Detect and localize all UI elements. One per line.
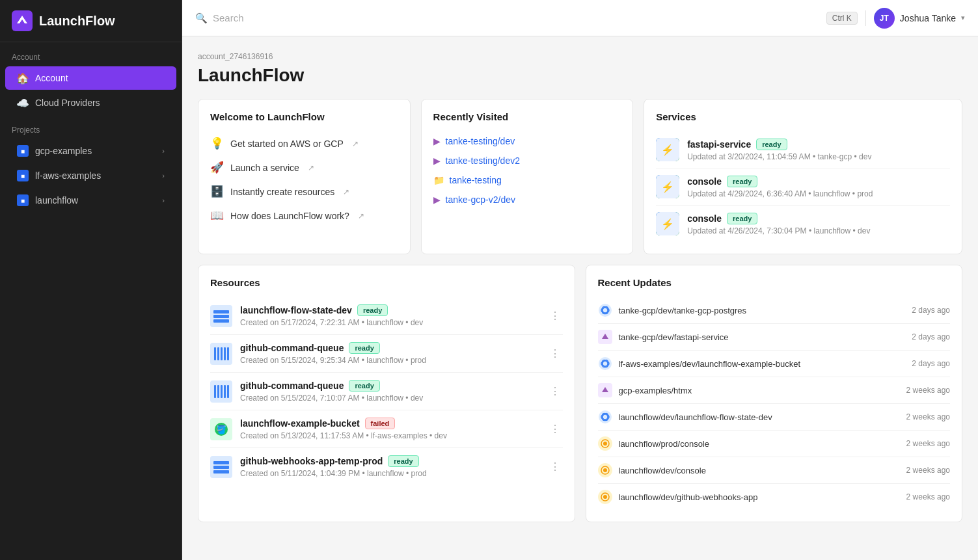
welcome-items: 💡 Get started on AWS or GCP ↗ 🚀 Launch a… [210,131,398,228]
resource-item-2[interactable]: github-command-queue ready Created on 5/… [210,373,563,410]
welcome-item-1[interactable]: 🚀 Launch a service ↗ [210,155,398,180]
update-item-5[interactable]: launchflow/prod/console 2 weeks ago [598,431,951,457]
update-icon-6 [598,463,612,477]
keyboard-shortcut: Ctrl K [826,12,858,25]
service-info-0: fastapi-service ready Updated at 3/20/20… [687,139,950,161]
svg-rect-8 [213,310,229,313]
update-item-7[interactable]: launchflow/dev/github-webhooks-app 2 wee… [598,484,951,510]
resource-info-1: github-command-queue ready Created on 5/… [240,342,539,365]
service-icon-1: ▶ [433,155,441,166]
welcome-item-3[interactable]: 📖 How does LaunchFlow work? ↗ [210,204,398,228]
resource-info-2: github-command-queue ready Created on 5/… [240,380,539,403]
service-name-1: console [687,176,722,187]
chevron-right-icon-3: › [162,196,165,204]
update-item-2[interactable]: lf-aws-examples/dev/launchflow-example-b… [598,351,951,377]
content-area: account_2746136916 LaunchFlow Welcome to… [182,36,978,560]
sidebar-item-account[interactable]: 🏠 Account [5,66,176,90]
svg-rect-18 [214,385,216,398]
recently-visited-title: Recently Visited [433,111,621,122]
service-status-badge-1: ready [727,176,757,187]
svg-text:⚡: ⚡ [661,144,674,156]
update-item-0[interactable]: tanke-gcp/dev/tanke-gcp-postgres 2 days … [598,297,951,324]
update-item-1[interactable]: tanke-gcp/dev/fastapi-service 2 days ago [598,324,951,351]
resource-menu-1[interactable]: ⋮ [547,345,563,362]
service-meta-0: Updated at 3/20/2024, 11:04:59 AM • tank… [687,152,950,161]
update-time-6: 2 weeks ago [906,466,950,475]
svg-rect-21 [224,385,226,398]
resource-menu-0[interactable]: ⋮ [547,307,563,325]
svg-point-52 [603,495,607,499]
resource-menu-3[interactable]: ⋮ [547,420,563,438]
resource-name-row-0: launchflow-flow-state-dev ready [240,304,539,316]
account-label: Account [35,73,165,83]
resource-item-4[interactable]: github-webhooks-app-temp-prod ready Crea… [210,448,563,485]
svg-rect-27 [213,461,229,464]
service-item-2[interactable]: ⚡ console ready Updated at 4/26/2024, 7:… [656,206,950,242]
update-item-4[interactable]: launchflow/dev/launchflow-flow-state-dev… [598,404,951,431]
welcome-item-0[interactable]: 💡 Get started on AWS or GCP ↗ [210,131,398,155]
book-icon: 📖 [210,209,224,222]
services-list: ⚡ fastapi-service ready Updated at 3/20/… [656,131,950,242]
chevron-right-icon: › [162,147,165,155]
db-icon: 🗄️ [210,185,224,198]
recent-item-2[interactable]: 📁 tanke-testing [433,170,621,190]
resource-badge-0: ready [357,304,388,316]
user-area[interactable]: JT Joshua Tanke ▾ [874,8,965,29]
svg-rect-15 [224,347,226,360]
svg-rect-9 [213,315,229,318]
chevron-down-icon: ▾ [961,14,965,22]
sidebar: LaunchFlow Account 🏠 Account ☁️ Cloud Pr… [0,0,182,560]
service-name-row-1: console ready [687,176,950,187]
welcome-item-label-2: Instantly create resources [230,187,334,197]
external-link-icon-0: ↗ [352,139,359,148]
search-container[interactable]: 🔍 [195,12,819,24]
update-item-6[interactable]: launchflow/dev/console 2 weeks ago [598,457,951,484]
sidebar-item-cloud-providers[interactable]: ☁️ Cloud Providers [5,91,176,114]
resource-item-1[interactable]: github-command-queue ready Created on 5/… [210,335,563,373]
bulb-icon: 💡 [210,137,224,150]
svg-rect-16 [227,347,229,360]
svg-rect-22 [227,385,229,398]
chevron-right-icon-2: › [162,172,165,180]
projects-section-label: Projects [0,115,182,139]
update-time-3: 2 weeks ago [906,386,950,395]
service-item-1[interactable]: ⚡ console ready Updated at 4/29/2024, 6:… [656,168,950,206]
svg-rect-19 [217,385,219,398]
update-item-3[interactable]: gcp-examples/htmx 2 weeks ago [598,377,951,404]
service-item-0[interactable]: ⚡ fastapi-service ready Updated at 3/20/… [656,131,950,168]
resource-menu-2[interactable]: ⋮ [547,382,563,400]
resource-name-3: launchflow-example-bucket [240,418,360,429]
service-logo-2: ⚡ [656,212,679,235]
recent-item-1[interactable]: ▶ tanke-testing/dev2 [433,151,621,170]
svg-text:🪣: 🪣 [216,424,227,435]
recent-item-3[interactable]: ▶ tanke-gcp-v2/dev [433,190,621,209]
updates-list: tanke-gcp/dev/tanke-gcp-postgres 2 days … [598,297,951,510]
launchflow-logo-icon [12,10,33,31]
svg-text:⚡: ⚡ [661,181,674,193]
service-logo-1: ⚡ [656,175,679,198]
logo-area[interactable]: LaunchFlow [0,0,182,42]
page-title: LaunchFlow [198,65,962,86]
rocket-icon: 🚀 [210,161,224,174]
recent-item-0[interactable]: ▶ tanke-testing/dev [433,131,621,151]
project-icon-gcp: ■ [17,145,29,157]
update-name-0: tanke-gcp/dev/tanke-gcp-postgres [619,306,906,315]
search-input[interactable] [213,12,819,23]
recent-updates-title: Recent Updates [598,277,951,288]
resource-info-0: launchflow-flow-state-dev ready Created … [240,304,539,327]
sidebar-item-gcp-examples[interactable]: ■ gcp-examples › [5,139,176,163]
welcome-title: Welcome to LaunchFlow [210,111,398,122]
sidebar-item-lf-aws-examples[interactable]: ■ lf-aws-examples › [5,164,176,187]
recently-visited-card: Recently Visited ▶ tanke-testing/dev ▶ t… [421,99,634,254]
resource-item-3[interactable]: 🪣 launchflow-example-bucket failed Creat… [210,410,563,448]
update-name-1: tanke-gcp/dev/fastapi-service [619,332,906,342]
resource-menu-4[interactable]: ⋮ [547,458,563,475]
update-time-4: 2 weeks ago [906,412,950,421]
welcome-item-2[interactable]: 🗄️ Instantly create resources ↗ [210,180,398,204]
update-time-2: 2 days ago [912,359,950,368]
recent-items: ▶ tanke-testing/dev ▶ tanke-testing/dev2… [433,131,621,209]
home-icon: 🏠 [17,72,29,84]
resource-item-0[interactable]: launchflow-flow-state-dev ready Created … [210,297,563,335]
sidebar-item-launchflow[interactable]: ■ launchflow › [5,189,176,212]
update-time-5: 2 weeks ago [906,439,950,448]
